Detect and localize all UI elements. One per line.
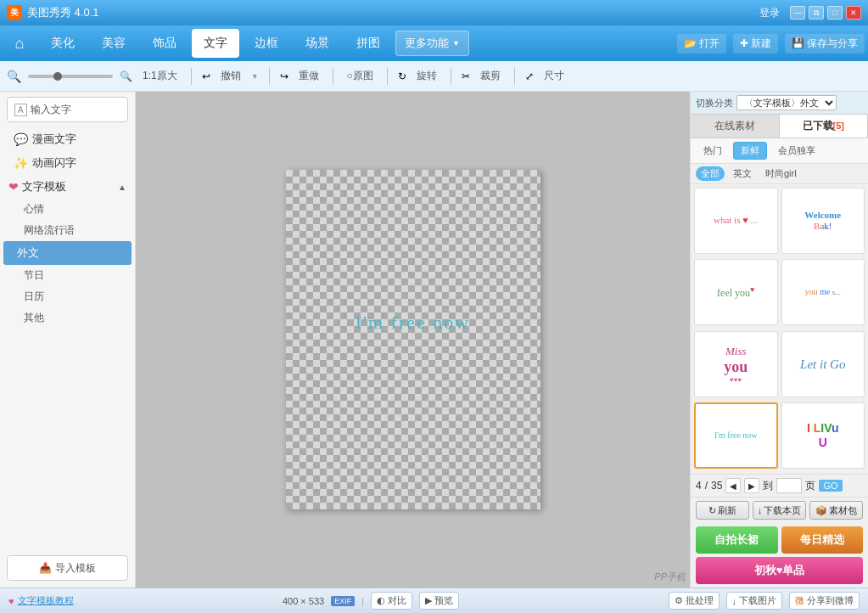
page-prev-btn[interactable]: ◀	[725, 478, 741, 493]
zoom-label[interactable]: 1:1原大	[139, 67, 181, 85]
big-btn-row-1: 自拍长裙 每日精选	[696, 526, 863, 554]
page-input[interactable]	[776, 478, 802, 493]
material-item-4[interactable]: you me s...	[781, 259, 865, 325]
restore-btn[interactable]: ⧉	[809, 6, 824, 20]
share-weibo-btn[interactable]: 微 分享到微博	[789, 592, 860, 610]
action-buttons: ↻ 刷新 ↓ 下载本页 📦 素材包	[691, 497, 868, 523]
pack-icon: 📦	[815, 505, 827, 516]
zoom-slider[interactable]	[28, 75, 113, 78]
new-btn[interactable]: ✚ 新建	[733, 34, 778, 53]
material-pack-btn[interactable]: 📦 素材包	[809, 501, 863, 520]
batch-btn[interactable]: ⚙ 批处理	[669, 592, 720, 610]
category-dropdown[interactable]: 〈文字模板〉外文	[736, 95, 837, 110]
autumn-item-btn[interactable]: 初秋♥单品	[696, 557, 863, 584]
tutorial-link[interactable]: 文字模板教程	[18, 594, 74, 607]
resize-icon: ⤢	[525, 70, 534, 82]
import-icon: 📥	[39, 562, 52, 574]
share-icon: 微	[795, 594, 804, 607]
original-btn[interactable]: ○原图	[344, 67, 377, 85]
sub-item-mood[interactable]: 心情	[0, 199, 135, 220]
download-image-btn[interactable]: ↓ 下载图片	[726, 592, 783, 610]
rotate-btn[interactable]: 旋转	[413, 67, 440, 85]
filter-all[interactable]: 全部	[696, 166, 725, 181]
canvas[interactable]: I'm free now	[286, 170, 540, 509]
sub-item-internet[interactable]: 网络流行语	[0, 220, 135, 241]
daily-selection-btn[interactable]: 每日精选	[781, 526, 864, 554]
subtab-vip[interactable]: 会员独享	[770, 142, 823, 160]
tab-more[interactable]: 更多功能 ▼	[395, 31, 469, 56]
new-icon: ✚	[740, 37, 748, 49]
crop-btn[interactable]: 裁剪	[477, 67, 504, 85]
preview-btn[interactable]: ▶ 预览	[419, 592, 459, 610]
material-item-6[interactable]: Let it Go	[781, 331, 865, 397]
template-icon: ❤	[8, 180, 19, 194]
page-current: 4	[696, 480, 702, 492]
sub-item-calendar[interactable]: 日历	[0, 286, 135, 307]
subtab-hot[interactable]: 热门	[696, 142, 730, 160]
sub-item-foreign[interactable]: 外文	[3, 241, 132, 265]
minimize-btn[interactable]: —	[790, 6, 805, 20]
online-material-tab[interactable]: 在线素材	[691, 115, 780, 138]
filter-fashiongirl[interactable]: 时尚girl	[760, 166, 802, 181]
page-next-btn[interactable]: ▶	[744, 478, 759, 493]
material-item-3[interactable]: feel you♥	[694, 259, 778, 325]
downloaded-material-tab[interactable]: 已下载[5]	[780, 115, 869, 138]
sub-tabs: 热门 新鲜 会员独享	[691, 138, 868, 164]
redo-btn[interactable]: 重做	[295, 67, 322, 85]
resize-btn[interactable]: 尺寸	[540, 67, 568, 85]
batch-icon: ⚙	[675, 595, 683, 606]
material-item-2[interactable]: Welcome Bak!	[781, 188, 865, 254]
app-logo: 美	[7, 5, 22, 20]
flash-text-item[interactable]: ✨ 动画闪字	[0, 151, 135, 175]
download-page-btn[interactable]: ↓ 下载本页	[753, 501, 806, 520]
zoom-thumb[interactable]	[53, 72, 62, 81]
download-img-icon: ↓	[732, 596, 737, 606]
material-item-5[interactable]: Miss you ♥♥♥	[694, 331, 778, 397]
collapse-icon[interactable]: ▲	[118, 183, 126, 192]
open-btn[interactable]: 📂 打开	[677, 34, 726, 53]
tab-beauty[interactable]: 美容	[90, 29, 137, 58]
sub-item-other[interactable]: 其他	[0, 307, 135, 329]
tab-border[interactable]: 边框	[243, 29, 290, 58]
login-link[interactable]: 登录	[759, 6, 780, 20]
contrast-btn[interactable]: ◐ 对比	[371, 592, 412, 610]
watermark: PP手机	[654, 571, 686, 583]
material-item-1[interactable]: what is ♥ ....	[694, 188, 778, 254]
tab-accessories[interactable]: 饰品	[141, 29, 188, 58]
undo-btn[interactable]: 撤销	[217, 67, 244, 85]
status-right: ⚙ 批处理 ↓ 下载图片 微 分享到微博	[669, 592, 860, 610]
tab-collage[interactable]: 拼图	[344, 29, 392, 58]
preview-icon: ▶	[425, 595, 432, 606]
crop-icon: ✂	[462, 70, 470, 82]
right-panel: 切换分类 〈文字模板〉外文 在线素材 已下载[5] 热门 新鲜 会员独享 全部 …	[690, 92, 868, 588]
status-center: 400 × 533 EXIF | ◐ 对比 ▶ 预览	[81, 592, 662, 610]
tab-text[interactable]: 文字	[192, 29, 239, 58]
save-share-btn[interactable]: 💾 保存与分享	[785, 34, 865, 53]
go-btn[interactable]: GO	[819, 480, 842, 492]
sub-item-holiday[interactable]: 节日	[0, 265, 135, 286]
page-total: 35	[711, 480, 722, 492]
filter-english[interactable]: 英文	[728, 166, 757, 181]
close-btn[interactable]: ✕	[846, 6, 861, 20]
window-controls: — ⧉ □ ✕	[790, 6, 861, 20]
category-prefix: 切换分类	[696, 97, 733, 110]
tab-scene[interactable]: 场景	[294, 29, 341, 58]
home-tab[interactable]: ⌂	[3, 29, 36, 58]
maximize-btn[interactable]: □	[827, 6, 843, 20]
subtab-fresh[interactable]: 新鲜	[733, 142, 767, 160]
exif-btn[interactable]: EXIF	[331, 596, 355, 606]
toolbar-separator-3	[333, 68, 333, 85]
main-content: A 输入文字 💬 漫画文字 ✨ 动画闪字 ❤ 文字模板 ▲ 心情 网络流行语 外…	[0, 92, 868, 588]
app-title: 美图秀秀 4.0.1	[27, 5, 759, 20]
material-grid: what is ♥ .... Welcome Bak! feel you♥ yo	[691, 184, 868, 474]
tab-beautify[interactable]: 美化	[39, 29, 87, 58]
material-item-8[interactable]: I LIVu U	[781, 402, 865, 469]
input-text-btn[interactable]: A 输入文字	[7, 97, 128, 122]
canvas-area[interactable]: I'm free now PP手机	[136, 92, 690, 588]
selfie-dress-btn[interactable]: 自拍长裙	[696, 526, 778, 554]
text-template-header[interactable]: ❤ 文字模板 ▲	[0, 175, 135, 199]
material-item-7[interactable]: I'm free now	[694, 402, 778, 469]
comic-text-item[interactable]: 💬 漫画文字	[0, 127, 135, 151]
import-template-btn[interactable]: 📥 导入模板	[7, 555, 128, 581]
refresh-btn[interactable]: ↻ 刷新	[696, 501, 749, 520]
